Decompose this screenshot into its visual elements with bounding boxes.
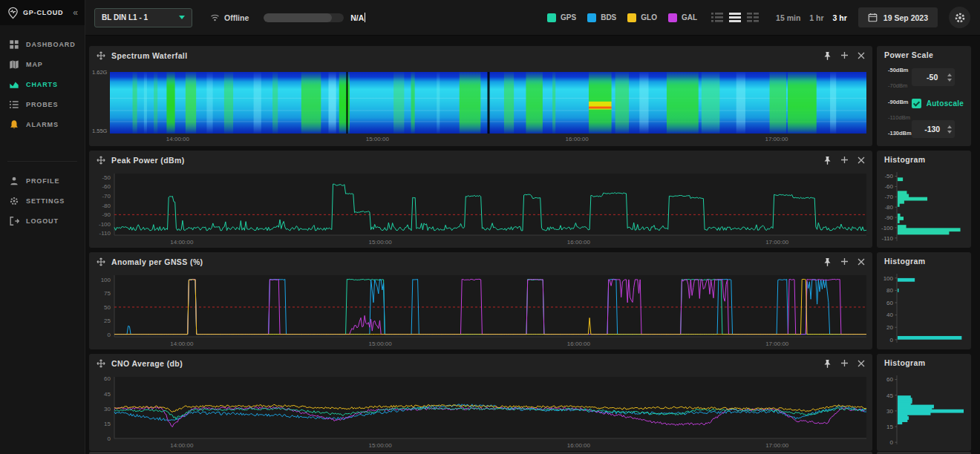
y-tick-label: 30 [104, 406, 111, 412]
move-icon[interactable] [97, 51, 105, 60]
close-icon[interactable] [858, 360, 865, 367]
panel-title: Peak Power (dBm) [111, 156, 185, 165]
range-1hr[interactable]: 1 hr [809, 13, 823, 22]
y-tick-label: -110 [882, 235, 894, 242]
waterfall-canvas[interactable] [110, 72, 866, 134]
x-tick-label: 14:00:00 [166, 136, 189, 142]
move-icon[interactable] [97, 359, 105, 368]
sidebar-item-label: SETTINGS [26, 197, 65, 205]
sidebar-item-charts[interactable]: CHARTS [0, 74, 85, 94]
plus-icon[interactable] [840, 257, 849, 266]
legend-label: BDS [601, 13, 616, 22]
spectrum-waterfall-chart[interactable]: 1.62G1.55G14:00:0015:00:0016:00:0017:00:… [89, 65, 872, 146]
signal-value[interactable]: N/A [350, 13, 365, 22]
sidebar-item-map[interactable]: MAP [0, 54, 85, 74]
close-icon[interactable] [858, 52, 865, 59]
scale-min-input[interactable]: -130 [912, 120, 955, 138]
anomaly-histogram: 100806040200 [877, 270, 971, 349]
panel-header: Peak Power (dBm) [89, 151, 872, 169]
scale-label: -50dBm [888, 67, 912, 73]
legend-label: GAL [682, 13, 697, 22]
charts-icon [9, 79, 19, 90]
legend-glo[interactable]: GLO [627, 13, 657, 22]
peak-power-chart[interactable]: -50-60-70-80-90-100-11014:00:0015:00:001… [89, 169, 872, 248]
map-icon [9, 59, 19, 70]
glo-color-swatch [627, 13, 636, 22]
x-tick-label: 16:00:00 [567, 239, 591, 246]
y-tick-label: 100 [101, 277, 111, 283]
cno-average-chart[interactable]: 01530456014:00:0015:00:0016:00:0017:00:0… [89, 372, 872, 451]
date-picker-button[interactable]: 19 Sep 2023 [858, 7, 938, 27]
scale-max-input[interactable]: -50 [912, 68, 955, 86]
histogram-bar [898, 197, 927, 201]
freq-top-label: 1.62G [92, 69, 107, 76]
pin-icon[interactable] [823, 359, 832, 368]
legend-label: GLO [641, 13, 657, 22]
y-tick-label: 20 [886, 324, 893, 331]
sidebar-item-settings[interactable]: SETTINGS [0, 191, 85, 211]
sidebar-collapse-icon[interactable]: « [73, 7, 78, 18]
histogram-bar [898, 177, 903, 181]
pin-icon[interactable] [823, 51, 832, 60]
sidebar-nav: DASHBOARD MAP CHARTS PROB [0, 25, 85, 231]
move-icon[interactable] [97, 257, 105, 266]
stepper[interactable] [947, 125, 952, 134]
plus-icon[interactable] [840, 156, 849, 164]
step-up-icon[interactable] [947, 73, 952, 76]
x-tick-label: 16:00:00 [566, 136, 589, 142]
step-down-icon[interactable] [947, 131, 952, 134]
sidebar-item-probes[interactable]: PROBES [0, 94, 85, 114]
close-icon[interactable] [858, 157, 865, 164]
close-icon[interactable] [858, 258, 865, 266]
sidebar-item-dashboard[interactable]: DASHBOARD [0, 34, 85, 54]
histogram-bar [898, 228, 961, 231]
anomaly-gnss-panel: Anomaly per GNSS (%) 025507510014:00:001… [89, 252, 872, 349]
move-icon[interactable] [97, 156, 105, 165]
layout-rows-icon[interactable] [729, 13, 741, 22]
chart-svg: 01530456014:00:0015:00:0016:00:0017:00:0… [89, 372, 872, 451]
x-tick-label: 14:00:00 [170, 442, 194, 449]
legend-gal[interactable]: GAL [668, 13, 697, 22]
panel-actions [823, 156, 865, 165]
histogram-title: Histogram [884, 358, 926, 367]
histogram-bar [898, 220, 900, 223]
autoscale-toggle[interactable]: Autoscale [912, 99, 964, 108]
settings-button[interactable] [949, 7, 970, 28]
checkbox-checked-icon[interactable] [912, 99, 921, 108]
step-up-icon[interactable] [947, 125, 952, 128]
sidebar-item-alarms[interactable]: ALARMS [0, 114, 85, 134]
layout-list-detail-icon[interactable] [711, 13, 723, 22]
stepper[interactable] [947, 73, 952, 82]
legend-gps[interactable]: GPS [547, 13, 576, 22]
plus-icon[interactable] [840, 359, 849, 367]
histogram-bar [898, 194, 909, 198]
range-15min[interactable]: 15 min [776, 13, 800, 22]
y-tick-label: -60 [884, 183, 893, 190]
anomaly-gnss-chart[interactable]: 025507510014:00:0015:00:0016:00:0017:00:… [89, 271, 872, 349]
pin-icon[interactable] [823, 257, 832, 266]
gear-icon [954, 12, 966, 24]
histogram-title: Histogram [884, 155, 926, 164]
bds-color-swatch [587, 13, 596, 22]
device-selector[interactable]: BL DIN L1 - 1 [94, 8, 192, 27]
x-tick-label: 17:00:00 [765, 442, 789, 449]
x-tick-label: 17:00:00 [765, 340, 789, 347]
gps-color-swatch [547, 13, 556, 22]
probes-icon [9, 99, 19, 110]
sidebar-item-profile[interactable]: PROFILE [0, 171, 85, 191]
peak-power-histogram-card: Histogram -50-60-70-80-90-100-110 [877, 151, 971, 248]
layout-grid-icon[interactable] [747, 13, 759, 22]
y-tick-label: 0 [108, 332, 111, 338]
pin-icon[interactable] [823, 156, 832, 165]
range-3hr[interactable]: 3 hr [833, 13, 847, 22]
y-tick-label: 25 [104, 318, 111, 324]
signal-progress-bar [264, 13, 344, 22]
date-picker-value: 19 Sep 2023 [883, 13, 928, 22]
plus-icon[interactable] [840, 51, 849, 59]
histogram-bar [898, 278, 915, 282]
sidebar-item-logout[interactable]: LOGOUT [0, 211, 85, 231]
step-down-icon[interactable] [947, 79, 952, 82]
sidebar-item-label: CHARTS [26, 81, 58, 88]
panel-actions [823, 359, 865, 368]
legend-bds[interactable]: BDS [587, 13, 616, 22]
